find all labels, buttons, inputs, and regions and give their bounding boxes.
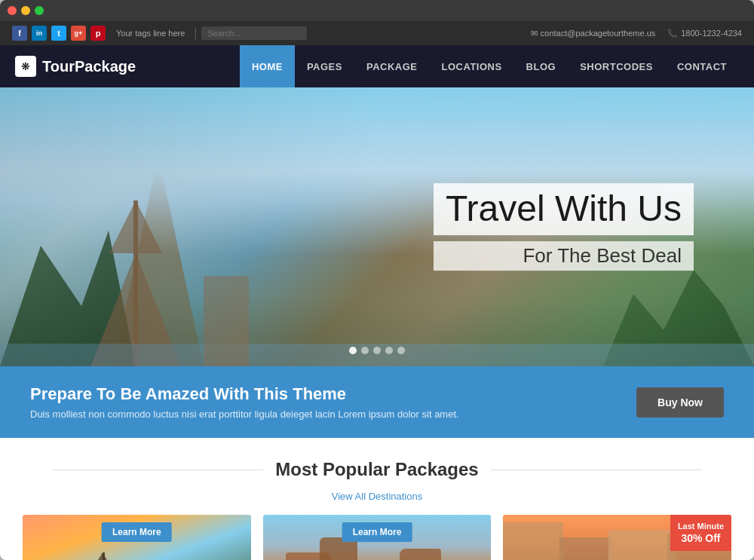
pinterest-icon[interactable]: p — [90, 26, 106, 41]
cards-row: Learn More Learn More — [23, 515, 731, 560]
cta-text: Prepare To Be Amazed With This Theme Dui… — [30, 384, 459, 420]
section-divider: Most Popular Packages — [23, 459, 731, 480]
package-card-3[interactable]: Last Minute 30% Off — [503, 515, 731, 560]
browser-window: f in t g+ p Your tags line here | ✉ cont… — [0, 0, 754, 560]
divider-left — [52, 470, 263, 470]
phone-icon: 📞 — [667, 29, 678, 38]
email-contact: ✉ contact@packagetourtheme.us — [531, 29, 655, 38]
hero-subtitle: For The Best Deal — [434, 241, 694, 271]
package-card-1[interactable]: Learn More — [23, 515, 251, 560]
brand-icon: ❋ — [15, 56, 36, 77]
search-input[interactable] — [201, 26, 307, 40]
nav-pages[interactable]: PAGES — [295, 45, 354, 87]
dot-3[interactable] — [373, 347, 381, 354]
card-2-badge: Learn More — [342, 522, 412, 542]
view-all-link[interactable]: View All Destinations — [332, 491, 422, 502]
brand-logo[interactable]: ❋ TourPackage — [15, 56, 136, 77]
hero-text: Travel With Us For The Best Deal — [434, 183, 694, 271]
nav-blog[interactable]: BLOG — [514, 45, 569, 87]
card-3-badge: Last Minute 30% Off — [670, 515, 731, 551]
hero-title: Travel With Us — [434, 183, 694, 235]
tagline-text: Your tags line here — [116, 29, 185, 38]
nav-locations[interactable]: LOCATIONS — [430, 45, 514, 87]
linkedin-icon[interactable]: in — [32, 26, 47, 41]
cta-description: Duis molliest non commodo luctus nisi er… — [30, 409, 459, 420]
utility-bar: f in t g+ p Your tags line here | ✉ cont… — [0, 21, 754, 45]
brand-name: TourPackage — [42, 58, 136, 75]
dot-5[interactable] — [397, 347, 405, 354]
utility-right: ✉ contact@packagetourtheme.us 📞 1800-123… — [531, 29, 742, 38]
card-1-badge: Learn More — [102, 522, 172, 542]
twitter-icon[interactable]: t — [51, 26, 66, 41]
dot-1[interactable] — [349, 347, 357, 354]
dot-2[interactable] — [361, 347, 369, 354]
package-card-2[interactable]: Learn More — [263, 515, 492, 560]
section-header: Most Popular Packages — [23, 459, 731, 480]
facebook-icon[interactable]: f — [12, 26, 27, 41]
dot-4[interactable] — [385, 347, 393, 354]
buy-now-button[interactable]: Buy Now — [636, 387, 724, 418]
hero-section: Travel With Us For The Best Deal — [0, 87, 754, 366]
cta-banner: Prepare To Be Amazed With This Theme Dui… — [0, 366, 754, 438]
section-link: View All Destinations — [23, 489, 731, 503]
divider-right — [491, 470, 702, 470]
nav-contact[interactable]: CONTACT — [665, 45, 739, 87]
nav-home[interactable]: HOME — [240, 45, 295, 87]
googleplus-icon[interactable]: g+ — [71, 26, 86, 41]
phone-contact: 📞 1800-1232-4234 — [667, 29, 742, 38]
section-title: Most Popular Packages — [275, 459, 478, 480]
utility-left: f in t g+ p Your tags line here | — [12, 26, 307, 41]
nav-menu: HOME PAGES PACKAGE LOCATIONS BLOG SHORTC… — [240, 45, 739, 87]
navbar: ❋ TourPackage HOME PAGES PACKAGE LOCATIO… — [0, 45, 754, 87]
minimize-button[interactable] — [21, 6, 30, 15]
nav-package[interactable]: PACKAGE — [354, 45, 430, 87]
email-icon: ✉ — [531, 29, 538, 38]
nav-shortcodes[interactable]: SHORTCODES — [568, 45, 665, 87]
cta-heading: Prepare To Be Amazed With This Theme — [30, 384, 459, 404]
titlebar — [0, 0, 754, 21]
packages-section: Most Popular Packages View All Destinati… — [0, 438, 754, 560]
close-button[interactable] — [8, 6, 17, 15]
hero-dots — [349, 347, 405, 354]
maximize-button[interactable] — [35, 6, 44, 15]
